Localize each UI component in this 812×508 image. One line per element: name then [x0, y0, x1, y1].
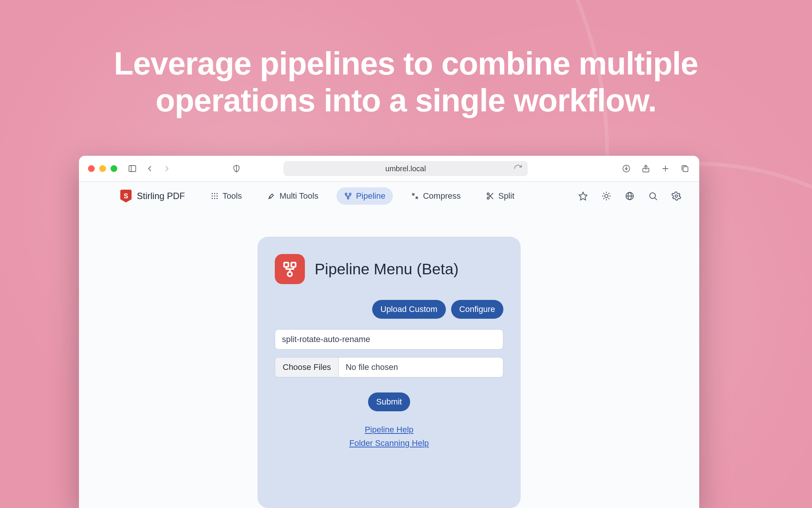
browser-chrome: umbrel.local: [79, 156, 699, 181]
marketing-headline: Leverage pipelines to combine multiple o…: [0, 45, 812, 119]
app-navbar: S Stirling PDF Tools Multi Tools Pipelin…: [79, 182, 699, 210]
browser-window: umbrel.local S: [79, 156, 699, 508]
sidebar-toggle-icon[interactable]: [127, 163, 138, 174]
svg-point-14: [212, 198, 213, 199]
traffic-lights: [88, 165, 117, 172]
svg-line-34: [603, 198, 604, 199]
choose-files-button[interactable]: Choose Files: [275, 357, 339, 377]
svg-point-13: [217, 196, 218, 197]
theme-icon[interactable]: [601, 191, 611, 201]
svg-point-16: [217, 198, 218, 199]
nav-label: Pipeline: [356, 191, 385, 201]
file-input-row: Choose Files No file chosen: [275, 357, 503, 377]
settings-icon[interactable]: [671, 191, 681, 201]
configure-button[interactable]: Configure: [451, 300, 503, 319]
brand-logo-icon: S: [120, 190, 132, 202]
svg-line-35: [609, 193, 609, 194]
compress-icon: [411, 192, 419, 200]
pipeline-name-input[interactable]: [275, 329, 503, 350]
svg-line-40: [654, 198, 656, 199]
favorite-icon[interactable]: [578, 191, 588, 201]
svg-line-32: [603, 193, 604, 194]
downloads-icon[interactable]: [621, 163, 632, 174]
nav-split[interactable]: Split: [479, 187, 522, 205]
brand[interactable]: S Stirling PDF: [120, 190, 185, 202]
nav-label: Multi Tools: [279, 191, 318, 201]
folder-scanning-help-link[interactable]: Folder Scanning Help: [349, 438, 429, 448]
nav-multi-tools[interactable]: Multi Tools: [260, 187, 326, 205]
shield-icon[interactable]: [231, 163, 242, 174]
nav-tools[interactable]: Tools: [203, 187, 249, 205]
svg-point-10: [217, 193, 218, 194]
tabs-overview-icon[interactable]: [680, 163, 690, 174]
pipeline-logo-icon: [275, 254, 305, 284]
scissors-icon: [486, 192, 494, 200]
close-window-button[interactable]: [88, 165, 95, 172]
grid-icon: [211, 192, 219, 200]
pipeline-icon: [344, 192, 352, 200]
address-bar[interactable]: umbrel.local: [283, 161, 528, 176]
upload-custom-button[interactable]: Upload Custom: [372, 300, 446, 319]
share-icon[interactable]: [641, 163, 651, 174]
svg-rect-0: [129, 166, 136, 172]
svg-point-9: [214, 193, 215, 194]
tools-icon: [267, 192, 276, 200]
submit-button[interactable]: Submit: [368, 392, 410, 411]
nav-label: Split: [498, 191, 514, 201]
search-icon[interactable]: [648, 191, 658, 201]
forward-button[interactable]: [162, 163, 172, 174]
svg-point-11: [212, 196, 213, 197]
svg-point-41: [675, 195, 678, 198]
nav-label: Compress: [423, 191, 461, 201]
back-button[interactable]: [144, 163, 155, 174]
nav-label: Tools: [223, 191, 242, 201]
file-status-label: No file chosen: [339, 357, 503, 377]
svg-marker-26: [579, 192, 587, 200]
svg-point-15: [214, 198, 215, 199]
svg-point-8: [212, 193, 213, 194]
pipeline-card: Pipeline Menu (Beta) Upload Custom Confi…: [258, 237, 521, 508]
pipeline-help-link[interactable]: Pipeline Help: [365, 425, 414, 435]
address-bar-text: umbrel.local: [385, 164, 426, 173]
refresh-icon[interactable]: [513, 163, 523, 174]
minimize-window-button[interactable]: [99, 165, 106, 172]
svg-point-27: [605, 195, 608, 198]
language-icon[interactable]: [625, 191, 635, 201]
card-title: Pipeline Menu (Beta): [315, 260, 459, 278]
svg-line-33: [609, 198, 609, 199]
maximize-window-button[interactable]: [111, 165, 117, 172]
page-content: Pipeline Menu (Beta) Upload Custom Confi…: [79, 210, 699, 508]
nav-compress[interactable]: Compress: [403, 187, 468, 205]
nav-pipeline[interactable]: Pipeline: [336, 187, 393, 205]
svg-point-12: [214, 196, 215, 197]
brand-name: Stirling PDF: [137, 191, 185, 201]
svg-rect-7: [683, 167, 688, 172]
new-tab-icon[interactable]: [660, 163, 671, 174]
